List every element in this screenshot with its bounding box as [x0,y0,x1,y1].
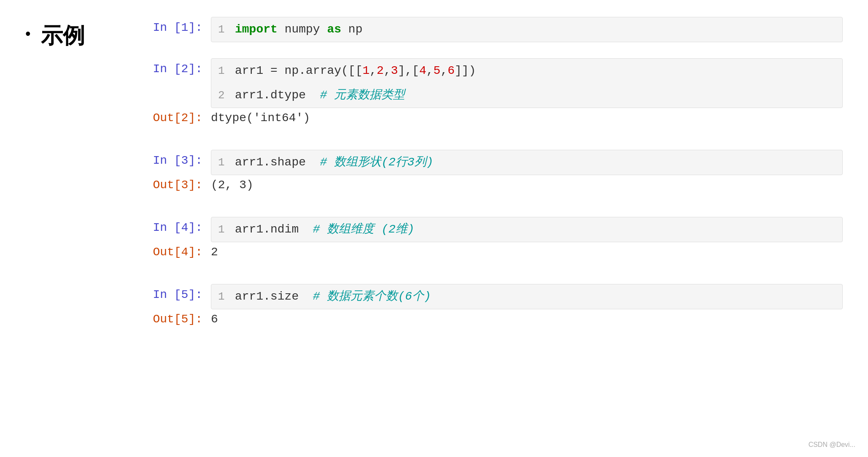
num-literal: 6 [447,64,455,77]
code-cell-5[interactable]: 1 arr1.size # 数据元素个数(6个) [211,284,843,309]
code-line-2-2: 2 arr1.dtype # 元素数据类型 [211,83,842,108]
cell-label-3: In [3]: [143,150,202,167]
line-number: 1 [218,290,235,303]
cells-container: In [1]: 1 import numpy as np In [2]: 1 [143,17,843,351]
page-container: • 示例 In [1]: 1 import numpy as np [25,17,843,351]
num-literal: 4 [419,64,426,77]
output-label-3: Out[3]: [143,178,202,192]
line-number: 1 [218,223,235,236]
keyword-import: import [235,23,278,36]
comment: # 数组形状(2行3列) [320,156,434,169]
output-label-2: Out[2]: [143,111,202,124]
cell-row-1: In [1]: 1 import numpy as np [143,17,843,42]
comment: # 数据元素个数(6个) [313,290,431,303]
cell-group-4: In [4]: 1 arr1.ndim # 数组维度 (2维) Out[4]: … [143,217,843,271]
code-cell-3[interactable]: 1 arr1.shape # 数组形状(2行3列) [211,150,843,175]
code-text: arr1.ndim # 数组维度 (2维) [235,221,415,238]
output-value-3: (2, 3) [211,178,253,192]
output-label-4: Out[4]: [143,246,202,259]
cell-group-1: In [1]: 1 import numpy as np [143,17,843,46]
line-number: 1 [218,156,235,169]
cell-label-1: In [1]: [143,17,202,34]
section-title: 示例 [41,24,85,46]
bullet-section: • 示例 [25,17,143,46]
cell-row-5: In [5]: 1 arr1.size # 数据元素个数(6个) [143,284,843,309]
cell-group-2: In [2]: 1 arr1 = np.array([[1,2,3],[4,5,… [143,58,843,137]
num-literal: 5 [434,64,441,77]
output-row-4: Out[4]: 2 [143,246,843,259]
code-cell-1[interactable]: 1 import numpy as np [211,17,843,42]
code-line-2-1: 1 arr1 = np.array([[1,2,3],[4,5,6]]) [211,59,842,83]
code-text: arr1.shape # 数组形状(2行3列) [235,154,433,171]
code-text: arr1.size # 数据元素个数(6个) [235,288,431,306]
output-label-5: Out[5]: [143,313,202,326]
output-row-2: Out[2]: dtype('int64') [143,111,843,124]
code-text: arr1.dtype # 元素数据类型 [235,87,405,104]
line-number: 1 [218,65,235,77]
output-value-2: dtype('int64') [211,111,310,124]
comment: # 元素数据类型 [320,89,405,102]
cell-label-4: In [4]: [143,217,202,234]
num-literal: 3 [391,64,398,77]
code-cell-2[interactable]: 1 arr1 = np.array([[1,2,3],[4,5,6]]) 2 a… [211,58,843,108]
code-line-4-1: 1 arr1.ndim # 数组维度 (2维) [211,217,842,242]
cell-label-2: In [2]: [143,58,202,76]
num-literal: 2 [377,64,384,77]
line-number: 1 [218,23,235,36]
cell-row-2: In [2]: 1 arr1 = np.array([[1,2,3],[4,5,… [143,58,843,108]
watermark: CSDN @Devi... [809,441,855,449]
cell-label-5: In [5]: [143,284,202,301]
code-line-3-1: 1 arr1.shape # 数组形状(2行3列) [211,150,842,175]
output-row-5: Out[5]: 6 [143,313,843,326]
keyword-as: as [327,23,341,36]
code-line-5-1: 1 arr1.size # 数据元素个数(6个) [211,284,842,309]
code-text: import numpy as np [235,21,362,38]
code-line-1-1: 1 import numpy as np [211,17,842,42]
cell-row-3: In [3]: 1 arr1.shape # 数组形状(2行3列) [143,150,843,175]
output-value-5: 6 [211,313,218,326]
code-text: arr1 = np.array([[1,2,3],[4,5,6]]) [235,62,476,80]
line-number: 2 [218,89,235,102]
output-row-3: Out[3]: (2, 3) [143,178,843,192]
output-value-4: 2 [211,246,218,259]
code-cell-4[interactable]: 1 arr1.ndim # 数组维度 (2维) [211,217,843,242]
num-literal: 1 [362,64,369,77]
cell-group-3: In [3]: 1 arr1.shape # 数组形状(2行3列) Out[3]… [143,150,843,204]
cell-row-4: In [4]: 1 arr1.ndim # 数组维度 (2维) [143,217,843,242]
bullet-dot: • [25,26,31,41]
cell-group-5: In [5]: 1 arr1.size # 数据元素个数(6个) Out[5]:… [143,284,843,338]
comment: # 数组维度 (2维) [313,223,415,236]
